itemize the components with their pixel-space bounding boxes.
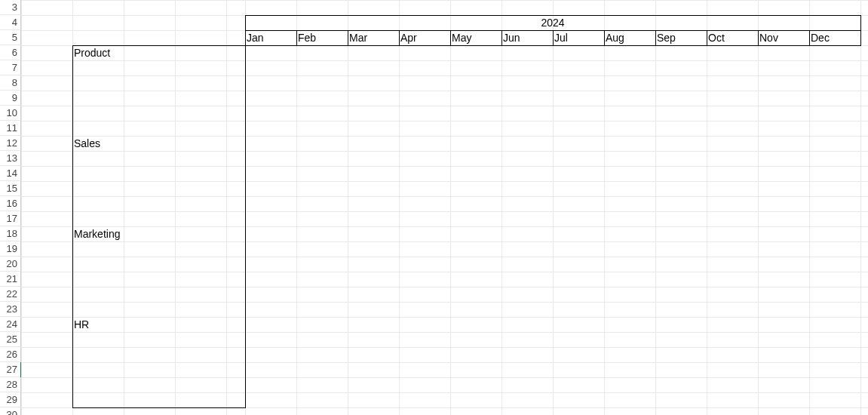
month-header[interactable]: Jan <box>245 30 296 45</box>
row-header[interactable]: 12 <box>0 136 21 151</box>
row-header[interactable]: 8 <box>0 75 21 91</box>
category-label[interactable]: Product <box>72 45 245 60</box>
row-header[interactable]: 17 <box>0 211 21 226</box>
month-header[interactable]: Sep <box>655 30 707 45</box>
row-header[interactable]: 9 <box>0 91 21 106</box>
month-header[interactable]: Apr <box>399 30 450 45</box>
row-header[interactable]: 10 <box>0 106 21 121</box>
row-header[interactable]: 13 <box>0 151 21 166</box>
row-header[interactable]: 23 <box>0 302 21 317</box>
row-header[interactable]: 18 <box>0 226 21 241</box>
row-header[interactable]: 14 <box>0 166 21 181</box>
row-header[interactable]: 15 <box>0 181 21 196</box>
grid-area[interactable]: 2024JanFebMarAprMayJunJulAugSepOctNovDec… <box>21 0 868 415</box>
row-header[interactable]: 24 <box>0 317 21 332</box>
row-header[interactable]: 25 <box>0 332 21 347</box>
row-header-gutter: 3456789101112131415161718192021222324252… <box>0 0 21 415</box>
month-header[interactable]: Nov <box>758 30 809 45</box>
month-header[interactable]: Oct <box>707 30 758 45</box>
row-header[interactable]: 29 <box>0 392 21 407</box>
gridlines-horizontal <box>21 0 868 415</box>
row-header[interactable]: 30 <box>0 407 21 415</box>
month-header[interactable]: May <box>450 30 501 45</box>
month-header[interactable]: Aug <box>604 30 655 45</box>
month-header[interactable]: Mar <box>348 30 399 45</box>
gridlines-vertical <box>21 0 868 415</box>
row-header[interactable]: 16 <box>0 196 21 211</box>
spreadsheet-viewport[interactable]: 3456789101112131415161718192021222324252… <box>0 0 868 415</box>
row-header[interactable]: 27 <box>0 362 21 377</box>
row-header[interactable]: 28 <box>0 377 21 392</box>
row-header[interactable]: 7 <box>0 60 21 75</box>
row-header[interactable]: 11 <box>0 121 21 136</box>
month-header[interactable]: Feb <box>296 30 348 45</box>
year-header[interactable]: 2024 <box>245 15 860 30</box>
row-header[interactable]: 4 <box>0 15 21 30</box>
category-label[interactable]: Sales <box>72 136 245 151</box>
month-header[interactable]: Jun <box>501 30 553 45</box>
row-header[interactable]: 19 <box>0 241 21 257</box>
row-header[interactable]: 21 <box>0 272 21 287</box>
row-header[interactable]: 5 <box>0 30 21 45</box>
month-header[interactable]: Dec <box>809 30 860 45</box>
row-header[interactable]: 6 <box>0 45 21 60</box>
row-header[interactable]: 3 <box>0 0 21 15</box>
category-label[interactable]: Marketing <box>72 226 245 241</box>
month-header[interactable]: Jul <box>553 30 604 45</box>
row-header[interactable]: 26 <box>0 347 21 362</box>
row-header[interactable]: 22 <box>0 287 21 302</box>
row-header[interactable]: 20 <box>0 257 21 272</box>
category-label[interactable]: HR <box>72 317 245 332</box>
